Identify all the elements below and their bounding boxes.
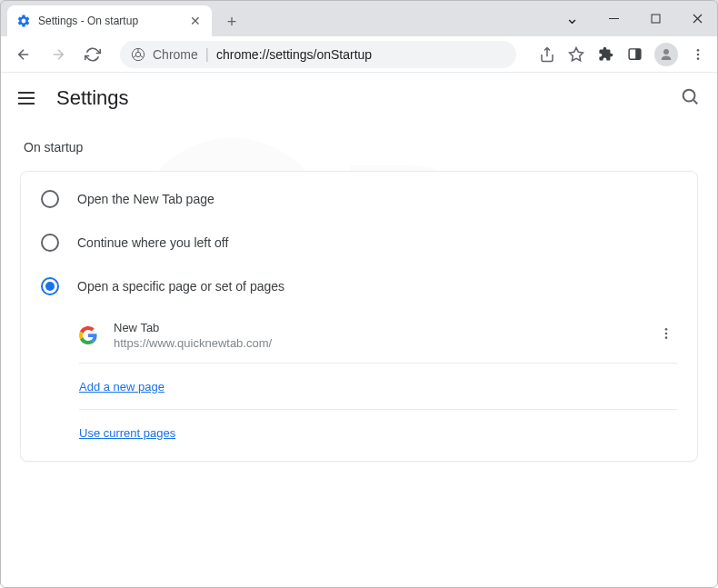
radio-icon xyxy=(41,234,59,252)
side-panel-icon[interactable] xyxy=(625,45,643,64)
tab-close-icon[interactable]: ✕ xyxy=(188,14,203,28)
section-title: On startup xyxy=(24,140,698,154)
search-icon[interactable] xyxy=(680,86,700,110)
google-favicon xyxy=(79,326,97,344)
settings-header: Settings xyxy=(0,73,718,124)
back-button[interactable] xyxy=(11,42,36,67)
minimize-button[interactable] xyxy=(593,0,634,36)
titlebar: Settings - On startup ✕ + ⌄ xyxy=(0,0,718,36)
address-prefix: Chrome xyxy=(153,47,198,62)
add-page-row: Add a new page xyxy=(79,364,677,410)
svg-point-14 xyxy=(697,49,700,52)
radio-option-specific[interactable]: Open a specific page or set of pages xyxy=(21,264,697,308)
svg-point-6 xyxy=(135,52,140,56)
svg-point-21 xyxy=(665,336,668,339)
add-page-link[interactable]: Add a new page xyxy=(79,380,165,394)
svg-marker-10 xyxy=(570,47,583,60)
reload-button[interactable] xyxy=(80,42,105,67)
radio-label: Continue where you left off xyxy=(77,235,228,250)
use-current-link[interactable]: Use current pages xyxy=(79,426,175,440)
startup-pages-list: New Tab https://www.quicknewtab.com/ Add… xyxy=(79,308,677,455)
svg-rect-4 xyxy=(652,15,660,23)
new-tab-button[interactable]: + xyxy=(219,9,244,35)
page-entry-url: https://www.quicknewtab.com/ xyxy=(114,336,639,350)
address-separator: | xyxy=(205,46,209,63)
svg-point-19 xyxy=(665,328,668,331)
svg-point-20 xyxy=(665,333,668,335)
svg-rect-3 xyxy=(609,18,619,19)
svg-rect-12 xyxy=(635,49,641,59)
page-entry-more-icon[interactable] xyxy=(655,323,677,348)
tab-search-button[interactable]: ⌄ xyxy=(551,0,593,36)
forward-button[interactable] xyxy=(45,42,71,67)
svg-line-18 xyxy=(693,100,697,104)
maximize-button[interactable] xyxy=(634,0,676,36)
radio-icon xyxy=(41,190,59,208)
menu-dots-icon[interactable] xyxy=(689,45,707,64)
settings-title: Settings xyxy=(56,86,129,110)
page-entry-title: New Tab xyxy=(114,321,639,334)
close-window-button[interactable] xyxy=(676,0,718,36)
startup-page-entry: New Tab https://www.quicknewtab.com/ xyxy=(79,308,677,364)
browser-toolbar: Chrome | chrome://settings/onStartup xyxy=(0,36,718,73)
hamburger-menu-icon[interactable] xyxy=(18,87,40,109)
window-controls: ⌄ xyxy=(551,0,718,36)
svg-point-15 xyxy=(697,53,700,55)
svg-point-17 xyxy=(683,90,695,102)
extensions-icon[interactable] xyxy=(596,45,614,64)
settings-gear-icon xyxy=(16,14,31,28)
svg-line-9 xyxy=(140,55,143,57)
radio-option-new-tab[interactable]: Open the New Tab page xyxy=(21,177,697,221)
settings-content: On startup Open the New Tab page Continu… xyxy=(0,124,718,462)
svg-line-8 xyxy=(133,55,135,57)
radio-label: Open the New Tab page xyxy=(77,192,214,206)
svg-point-13 xyxy=(663,49,669,55)
svg-point-16 xyxy=(697,57,700,60)
startup-card: Open the New Tab page Continue where you… xyxy=(20,171,698,462)
radio-label: Open a specific page or set of pages xyxy=(77,279,284,294)
address-bar[interactable]: Chrome | chrome://settings/onStartup xyxy=(120,41,516,68)
radio-option-continue[interactable]: Continue where you left off xyxy=(21,221,697,264)
profile-avatar[interactable] xyxy=(654,43,678,66)
chrome-logo-icon xyxy=(131,47,145,62)
bookmark-star-icon[interactable] xyxy=(567,45,585,64)
share-icon[interactable] xyxy=(538,45,556,64)
browser-tab[interactable]: Settings - On startup ✕ xyxy=(7,5,212,36)
use-current-row: Use current pages xyxy=(79,410,677,455)
address-path: chrome://settings/onStartup xyxy=(216,47,372,62)
tab-title: Settings - On startup xyxy=(38,15,181,27)
radio-icon-selected xyxy=(41,277,59,295)
